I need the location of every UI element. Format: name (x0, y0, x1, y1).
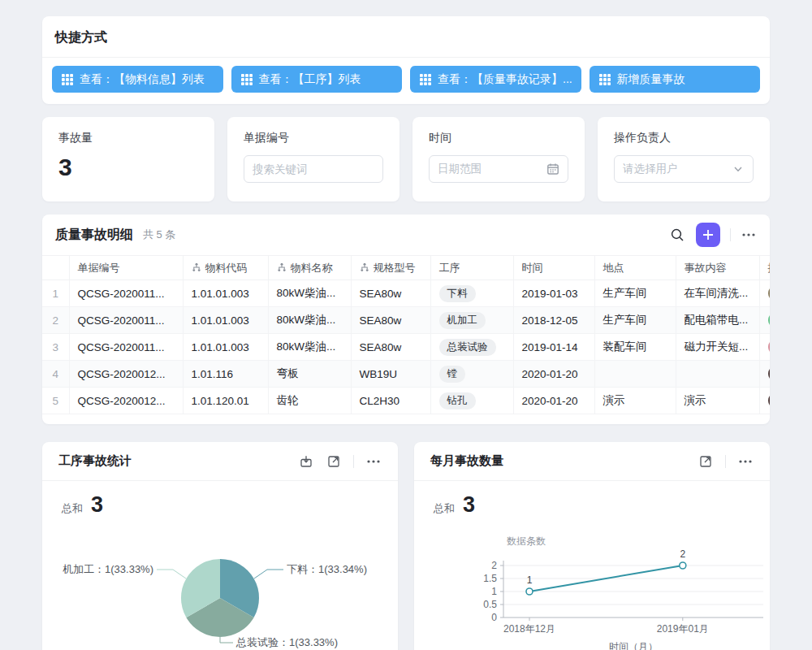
line-chart-body: 总和 3 数据条数00.511.522018年12月2019年01月12时间（月… (414, 492, 770, 650)
column-header[interactable] (42, 256, 69, 280)
ellipsis-icon (739, 460, 752, 463)
y-axis-name: 数据条数 (507, 535, 546, 547)
table-cell: 2019-01-14 (513, 334, 594, 361)
table-row[interactable]: 1QCSG-2020011...1.01.01.00380kW柴油...SEA8… (42, 280, 770, 307)
table-cell (759, 280, 770, 307)
monthly-line-chart: 数据条数00.511.522018年12月2019年01月12时间（月） (434, 533, 770, 650)
add-record-button[interactable] (696, 223, 720, 247)
view-quality-records-button[interactable]: 查看：【质量事故记录】... (410, 66, 581, 93)
accident-table-card: 质量事故明细 共 5 条 单据编号物料代码物料名称规格型号工序时间地点事故内容操… (42, 214, 770, 424)
process-tag: 下料 (439, 285, 476, 302)
add-quality-accident-button[interactable]: 新增质量事故 (590, 66, 761, 93)
grid-icon (241, 74, 253, 85)
date-range-input[interactable]: 日期范围 (429, 155, 568, 183)
table-row[interactable]: 3QCSG-2020011...1.01.01.00380kW柴油...SEA8… (42, 334, 770, 361)
grid-icon (420, 74, 431, 85)
table-cell: 80kW柴油... (268, 307, 351, 334)
search-button[interactable] (668, 226, 686, 244)
button-label: 新增质量事故 (617, 72, 685, 87)
table-cell: 总装试验 (430, 334, 513, 361)
table-cell (676, 361, 759, 388)
accident-count-card: 事故量 3 (42, 117, 214, 202)
table-cell (594, 361, 676, 388)
table-cell: QCSG-2020011... (69, 280, 183, 307)
table-row[interactable]: 5QCSG-2020012...1.01.120.01齿轮CL2H30钻孔202… (42, 388, 770, 414)
record-count: 共 5 条 (143, 228, 175, 242)
toolbar-divider (730, 228, 731, 241)
column-header[interactable]: 物料名称 (268, 256, 351, 280)
process-tag: 镗 (439, 366, 466, 383)
open-in-new-button[interactable] (326, 453, 342, 470)
table-cell (759, 388, 770, 414)
table-cell: 镗 (430, 361, 513, 388)
table-header-row: 单据编号物料代码物料名称规格型号工序时间地点事故内容操作负责人 (42, 256, 770, 280)
grid-icon (62, 74, 73, 85)
chart-card-header: 工序事故统计 (42, 442, 398, 481)
open-in-new-icon (699, 455, 712, 468)
view-material-list-button[interactable]: 查看：【物料信息】列表 (52, 66, 223, 93)
column-header[interactable]: 时间 (513, 256, 594, 280)
total-value: 3 (91, 492, 103, 518)
ellipsis-icon (742, 233, 755, 236)
process-pie-chart: 下料：1(33.34%)总装试验：1(33.33%)机加工：1(33.33%) (62, 512, 378, 650)
more-menu-button[interactable] (741, 232, 757, 238)
table-cell (759, 307, 770, 334)
open-in-new-button[interactable] (698, 453, 714, 470)
data-point-marker[interactable] (526, 588, 533, 595)
field-label: 操作负责人 (614, 131, 754, 145)
field-label: 时间 (429, 131, 568, 145)
table-cell (759, 361, 770, 388)
column-header[interactable]: 工序 (430, 256, 513, 280)
table-cell: 2018-12-05 (513, 307, 594, 334)
callout-leader-line (254, 570, 283, 578)
summary-row: 总和 3 (434, 492, 750, 520)
table-cell: QCSG-2020012... (69, 361, 183, 388)
table-cell: 机加工 (430, 307, 513, 334)
table-cell: WB19U (351, 361, 430, 388)
view-process-list-button[interactable]: 查看：【工序】列表 (231, 66, 403, 93)
y-tick-label: 1 (491, 586, 497, 597)
table-cell: 磁力开关短... (676, 334, 759, 361)
column-header[interactable]: 单据编号 (69, 256, 183, 280)
data-point-label: 2 (680, 548, 685, 560)
y-tick-label: 2 (491, 560, 497, 571)
column-header[interactable]: 物料代码 (183, 256, 268, 280)
shortcuts-title: 快捷方式 (42, 16, 770, 58)
table-row[interactable]: 2QCSG-2020011...1.01.01.00380kW柴油...SEA8… (42, 307, 770, 334)
button-label: 查看：【工序】列表 (259, 72, 361, 87)
avatar (768, 285, 771, 301)
table-cell: 1.01.01.003 (183, 307, 268, 334)
more-menu-button[interactable] (365, 458, 382, 465)
table-cell: SEA80w (351, 280, 430, 307)
column-header[interactable]: 事故内容 (676, 256, 759, 280)
chart-card-header: 每月事故数量 (414, 442, 770, 481)
button-label: 查看：【质量事故记录】... (438, 72, 572, 87)
column-header[interactable]: 操作负责人 (759, 256, 770, 280)
pie-callout-label: 下料：1(33.34%) (287, 563, 367, 575)
accident-count-value: 3 (58, 154, 198, 181)
column-header[interactable]: 规格型号 (351, 256, 430, 280)
shortcuts-button-row: 查看：【物料信息】列表 查看：【工序】列表 查看：【质量事故记录】... 新增质… (42, 58, 770, 101)
table-scroll-area[interactable]: 单据编号物料代码物料名称规格型号工序时间地点事故内容操作负责人1QCSG-202… (42, 255, 770, 424)
column-header[interactable]: 地点 (594, 256, 676, 280)
date-range-placeholder: 日期范围 (438, 162, 482, 176)
grid-icon (599, 74, 611, 85)
doc-no-search-input[interactable] (244, 155, 383, 183)
table-cell: SEA80w (351, 334, 430, 361)
table-cell: 80kW柴油... (268, 280, 351, 307)
y-tick-label: 1.5 (483, 573, 497, 584)
table-cell: 配电箱带电... (676, 307, 759, 334)
data-point-label: 1 (527, 574, 533, 586)
table-cell: 2 (42, 307, 69, 334)
filter-row: 事故量 3 单据编号 时间 日期范围 操作负责人 请选择用户 (42, 117, 770, 202)
more-menu-button[interactable] (737, 458, 754, 465)
table-row[interactable]: 4QCSG-2020012...1.01.116弯板WB19U镗2020-01-… (42, 361, 770, 388)
data-point-marker[interactable] (680, 562, 686, 569)
user-select[interactable]: 请选择用户 (614, 155, 754, 183)
table-cell: SEA80w (351, 307, 430, 334)
toolbar-divider (353, 455, 354, 468)
download-button[interactable] (298, 453, 314, 470)
table-cell: 1 (42, 280, 69, 307)
calendar-icon (546, 162, 559, 176)
total-label: 总和 (434, 501, 455, 516)
